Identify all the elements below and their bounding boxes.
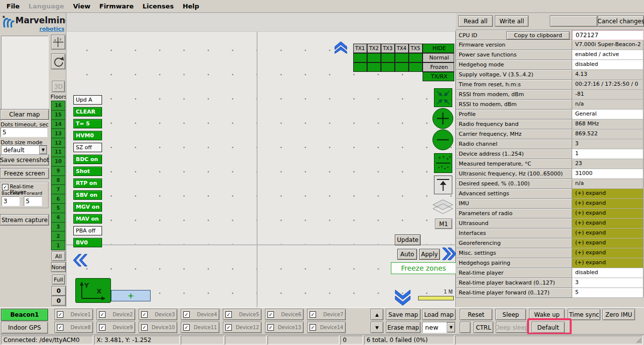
tx-txrx-button[interactable]: TX/RX bbox=[423, 72, 454, 81]
freeze-screen-button[interactable]: Freeze screen bbox=[0, 168, 49, 179]
device-checkbox[interactable]: ✓ bbox=[183, 324, 190, 331]
menu-item[interactable]: View bbox=[68, 0, 95, 12]
resize-grip[interactable] bbox=[636, 337, 642, 344]
device-button[interactable]: ✓ Device7 bbox=[307, 309, 346, 320]
cancel-changes-button[interactable]: Cancel changes bbox=[598, 15, 644, 27]
floor-cell[interactable]: 2 bbox=[51, 231, 65, 241]
tx-cell[interactable] bbox=[353, 62, 367, 72]
load-map-button[interactable]: Load map bbox=[422, 309, 456, 320]
device-button[interactable]: ✓ Device3 bbox=[139, 309, 177, 320]
map-toggle-button[interactable]: BV0 bbox=[73, 238, 102, 247]
reset-button[interactable]: Reset bbox=[460, 309, 492, 320]
floor-cell[interactable]: 9 bbox=[51, 166, 65, 176]
setting-value[interactable]: -81 bbox=[572, 90, 644, 100]
setting-value[interactable]: 868 MHz bbox=[572, 119, 644, 129]
dots-display-button[interactable]: ++ ++ bbox=[434, 153, 452, 173]
map-toggle-button[interactable]: SBV on bbox=[73, 190, 102, 200]
tx-cell[interactable] bbox=[395, 62, 409, 72]
device-checkbox[interactable]: ✓ bbox=[183, 311, 190, 318]
device-button[interactable]: ✓ Device1 bbox=[54, 309, 93, 320]
setting-value[interactable]: n/a bbox=[572, 100, 644, 110]
setting-value[interactable]: 4.13 bbox=[572, 70, 644, 80]
indoor-gps-tab[interactable]: Indoor GPS bbox=[1, 322, 48, 334]
save-map-button[interactable]: Save map bbox=[386, 309, 421, 320]
device-checkbox[interactable]: ✓ bbox=[57, 311, 63, 318]
menu-item[interactable]: Firmware bbox=[95, 0, 138, 12]
map-toggle-button[interactable]: CLEAR bbox=[73, 107, 102, 116]
device-button[interactable]: ✓ Device9 bbox=[97, 322, 135, 333]
device-checkbox[interactable]: ✓ bbox=[268, 311, 274, 318]
device-checkbox[interactable]: ✓ bbox=[310, 324, 316, 331]
map-toggle-button[interactable]: SZ off bbox=[73, 143, 102, 152]
floor-cell[interactable]: 11 bbox=[51, 147, 65, 157]
setting-value[interactable]: General bbox=[572, 110, 644, 119]
device-checkbox[interactable]: ✓ bbox=[310, 311, 316, 318]
menu-item[interactable]: Licenses bbox=[138, 0, 178, 12]
axes-orientation-button[interactable]: Y X bbox=[75, 278, 111, 303]
floors-full-button[interactable]: Full bbox=[52, 275, 65, 285]
floor-cell[interactable]: 13 bbox=[51, 128, 65, 138]
devices-scroll-down-button[interactable]: ▼ bbox=[371, 322, 383, 333]
tx2-header[interactable]: TX2 bbox=[367, 44, 381, 53]
device-button[interactable]: ✓ Device10 bbox=[139, 322, 177, 333]
fit-to-screen-button[interactable] bbox=[434, 88, 452, 107]
floor-cell[interactable]: 3 bbox=[51, 222, 65, 232]
device-button[interactable]: ✓ Device2 bbox=[97, 309, 135, 320]
realtime-player-checkbox[interactable]: ✓ bbox=[2, 184, 8, 190]
floor-cell[interactable]: 7 bbox=[51, 184, 65, 194]
setting-value[interactable]: 1 bbox=[572, 149, 644, 159]
map-toggle-button[interactable]: MAV on bbox=[73, 214, 102, 224]
zoom-in-button[interactable] bbox=[432, 108, 453, 129]
device-checkbox[interactable]: ✓ bbox=[57, 324, 63, 331]
map-toggle-button[interactable]: T= 5 bbox=[73, 119, 102, 128]
device-checkbox[interactable]: ✓ bbox=[225, 311, 232, 318]
zoom-out-button[interactable] bbox=[432, 129, 453, 150]
setting-value[interactable]: (+) expand bbox=[572, 229, 644, 238]
floors-zero-top[interactable]: 0 bbox=[52, 286, 66, 296]
tx-frozen-button[interactable]: Frozen bbox=[423, 62, 454, 72]
setting-value[interactable]: 3 bbox=[572, 278, 644, 288]
setting-value[interactable]: n/a bbox=[572, 179, 644, 189]
time-sync-button[interactable]: Time sync bbox=[568, 309, 600, 320]
map-toggle-button[interactable]: Upd A bbox=[73, 95, 102, 105]
tx5-header[interactable]: TX5 bbox=[409, 44, 423, 53]
tx-cell[interactable] bbox=[409, 62, 423, 72]
copy-to-clipboard-button[interactable]: Copy to clipboard bbox=[506, 31, 570, 40]
blank-button[interactable] bbox=[550, 15, 597, 27]
device-checkbox[interactable]: ✓ bbox=[99, 311, 106, 318]
tx-normal-button[interactable]: Normal bbox=[423, 53, 454, 62]
tx-cell[interactable] bbox=[367, 53, 381, 62]
floors-none-button[interactable]: None bbox=[51, 262, 66, 272]
deep-sleep-button[interactable]: Deep sleep bbox=[496, 322, 528, 333]
setting-value[interactable]: 00:27:16 / 17:25:50 / 0 bbox=[572, 80, 644, 90]
tx-cell[interactable] bbox=[367, 62, 381, 72]
devices-scroll-up-button[interactable]: ▲ bbox=[371, 309, 383, 320]
map-toggle-button[interactable]: Shot bbox=[73, 167, 102, 176]
device-checkbox[interactable]: ✓ bbox=[225, 324, 232, 331]
floor-cell[interactable]: 4 bbox=[51, 213, 65, 223]
menu-item[interactable]: File bbox=[2, 0, 24, 12]
sleep-button[interactable]: Sleep bbox=[495, 309, 526, 320]
setting-value[interactable]: 3 bbox=[572, 139, 644, 149]
chevron-down-icon[interactable]: ▼ bbox=[39, 146, 47, 154]
setting-value[interactable]: (+) expand bbox=[572, 209, 644, 219]
setting-value[interactable]: 31000 bbox=[572, 169, 644, 179]
device-button[interactable]: ✓ Device4 bbox=[181, 309, 219, 320]
tx-cell[interactable] bbox=[409, 53, 423, 62]
setting-value[interactable]: enabled / active bbox=[572, 50, 644, 60]
pan-down-icon[interactable] bbox=[393, 289, 412, 306]
floor-cell[interactable]: 14 bbox=[51, 119, 65, 129]
update-button[interactable]: Update bbox=[395, 234, 421, 245]
read-all-button[interactable]: Read all bbox=[458, 15, 493, 27]
device-checkbox[interactable]: ✓ bbox=[268, 324, 274, 331]
dots-timeout-input[interactable] bbox=[0, 127, 48, 137]
setting-value[interactable]: V7.000i Super-Beacon-2 bbox=[572, 40, 644, 50]
rotate-tool-button[interactable] bbox=[51, 54, 65, 69]
save-screenshot-button[interactable]: Save screenshot bbox=[0, 155, 49, 166]
stream-capture-button[interactable]: Stream capture bbox=[0, 214, 49, 226]
map-toggle-button[interactable]: HVM0 bbox=[73, 131, 102, 140]
device-button[interactable]: ✓ Device5 bbox=[223, 309, 262, 320]
setting-value[interactable]: disabled bbox=[572, 268, 644, 278]
pan-up-icon[interactable] bbox=[333, 41, 348, 54]
device-checkbox[interactable]: ✓ bbox=[141, 324, 148, 331]
